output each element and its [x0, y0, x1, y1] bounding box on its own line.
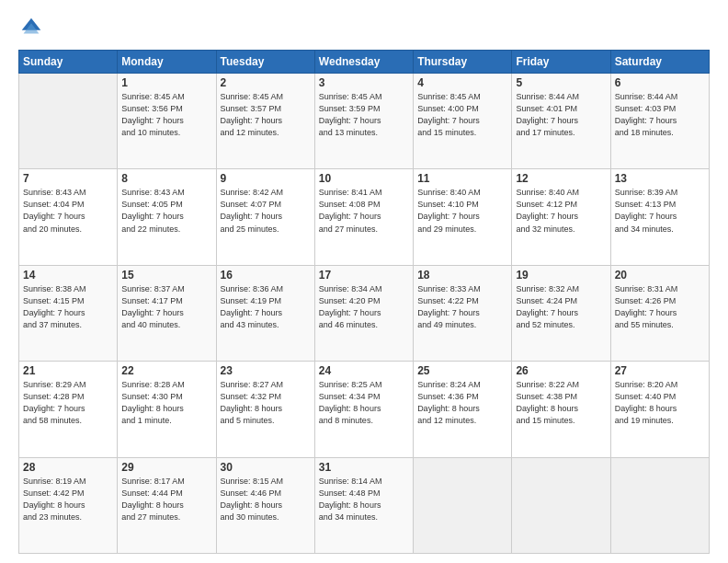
- day-cell: 24Sunrise: 8:25 AMSunset: 4:34 PMDayligh…: [314, 362, 413, 457]
- day-info: Sunrise: 8:42 AMSunset: 4:07 PMDaylight:…: [221, 187, 311, 235]
- day-info: Sunrise: 8:45 AMSunset: 4:00 PMDaylight:…: [417, 91, 507, 139]
- day-cell: 5Sunrise: 8:44 AMSunset: 4:01 PMDaylight…: [512, 74, 610, 169]
- day-number: 5: [516, 76, 606, 89]
- calendar-table: SundayMondayTuesdayWednesdayThursdayFrid…: [18, 50, 710, 554]
- day-cell: 6Sunrise: 8:44 AMSunset: 4:03 PMDaylight…: [610, 74, 709, 169]
- day-number: 26: [516, 364, 606, 377]
- day-info: Sunrise: 8:43 AMSunset: 4:05 PMDaylight:…: [121, 187, 211, 235]
- day-info: Sunrise: 8:40 AMSunset: 4:12 PMDaylight:…: [516, 187, 606, 235]
- day-cell: 11Sunrise: 8:40 AMSunset: 4:10 PMDayligh…: [414, 169, 512, 265]
- day-number: 31: [319, 461, 409, 474]
- day-number: 20: [615, 269, 705, 282]
- day-cell: 23Sunrise: 8:27 AMSunset: 4:32 PMDayligh…: [216, 362, 314, 457]
- day-cell: 16Sunrise: 8:36 AMSunset: 4:19 PMDayligh…: [216, 265, 314, 361]
- weekday-header-row: SundayMondayTuesdayWednesdayThursdayFrid…: [19, 51, 710, 74]
- day-number: 17: [319, 269, 409, 282]
- day-number: 8: [121, 172, 211, 185]
- day-info: Sunrise: 8:45 AMSunset: 3:56 PMDaylight:…: [121, 91, 211, 139]
- day-cell: 2Sunrise: 8:45 AMSunset: 3:57 PMDaylight…: [216, 74, 314, 169]
- logo-icon: [18, 15, 44, 40]
- day-info: Sunrise: 8:15 AMSunset: 4:46 PMDaylight:…: [221, 476, 311, 523]
- day-info: Sunrise: 8:32 AMSunset: 4:24 PMDaylight:…: [516, 283, 606, 331]
- day-number: 18: [417, 269, 507, 282]
- week-row-1: 1Sunrise: 8:45 AMSunset: 3:56 PMDaylight…: [19, 74, 710, 169]
- day-number: 12: [516, 172, 606, 185]
- day-cell: 17Sunrise: 8:34 AMSunset: 4:20 PMDayligh…: [314, 265, 413, 361]
- day-cell: 7Sunrise: 8:43 AMSunset: 4:04 PMDaylight…: [19, 169, 118, 265]
- week-row-2: 7Sunrise: 8:43 AMSunset: 4:04 PMDaylight…: [19, 169, 710, 265]
- day-info: Sunrise: 8:17 AMSunset: 4:44 PMDaylight:…: [121, 476, 211, 523]
- day-info: Sunrise: 8:14 AMSunset: 4:48 PMDaylight:…: [319, 476, 409, 523]
- day-number: 2: [221, 76, 311, 89]
- day-number: 10: [319, 172, 409, 185]
- day-cell: 15Sunrise: 8:37 AMSunset: 4:17 PMDayligh…: [118, 265, 216, 361]
- day-number: 27: [615, 364, 705, 377]
- day-info: Sunrise: 8:43 AMSunset: 4:04 PMDaylight:…: [23, 187, 113, 235]
- day-info: Sunrise: 8:20 AMSunset: 4:40 PMDaylight:…: [615, 379, 705, 427]
- day-info: Sunrise: 8:45 AMSunset: 3:57 PMDaylight:…: [221, 91, 311, 139]
- header: [18, 15, 710, 40]
- day-info: Sunrise: 8:34 AMSunset: 4:20 PMDaylight:…: [319, 283, 409, 331]
- day-cell: 22Sunrise: 8:28 AMSunset: 4:30 PMDayligh…: [118, 362, 216, 457]
- day-number: 24: [319, 364, 409, 377]
- day-number: 14: [23, 269, 113, 282]
- day-info: Sunrise: 8:39 AMSunset: 4:13 PMDaylight:…: [615, 187, 705, 235]
- day-number: 4: [417, 76, 507, 89]
- day-cell: 4Sunrise: 8:45 AMSunset: 4:00 PMDaylight…: [414, 74, 512, 169]
- day-number: 6: [615, 76, 705, 89]
- week-row-5: 28Sunrise: 8:19 AMSunset: 4:42 PMDayligh…: [19, 457, 710, 553]
- day-info: Sunrise: 8:36 AMSunset: 4:19 PMDaylight:…: [221, 283, 311, 331]
- day-number: 7: [23, 172, 113, 185]
- day-cell: 25Sunrise: 8:24 AMSunset: 4:36 PMDayligh…: [414, 362, 512, 457]
- day-number: 22: [121, 364, 211, 377]
- day-number: 1: [121, 76, 211, 89]
- day-number: 30: [221, 461, 311, 474]
- day-info: Sunrise: 8:25 AMSunset: 4:34 PMDaylight:…: [319, 379, 409, 427]
- day-cell: [414, 457, 512, 553]
- day-number: 13: [615, 172, 705, 185]
- weekday-header-friday: Friday: [512, 51, 610, 74]
- day-cell: 20Sunrise: 8:31 AMSunset: 4:26 PMDayligh…: [610, 265, 709, 361]
- day-info: Sunrise: 8:44 AMSunset: 4:01 PMDaylight:…: [516, 91, 606, 139]
- day-cell: 28Sunrise: 8:19 AMSunset: 4:42 PMDayligh…: [19, 457, 118, 553]
- day-info: Sunrise: 8:40 AMSunset: 4:10 PMDaylight:…: [417, 187, 507, 235]
- day-cell: 21Sunrise: 8:29 AMSunset: 4:28 PMDayligh…: [19, 362, 118, 457]
- weekday-header-wednesday: Wednesday: [314, 51, 413, 74]
- day-info: Sunrise: 8:38 AMSunset: 4:15 PMDaylight:…: [23, 283, 113, 331]
- day-cell: 10Sunrise: 8:41 AMSunset: 4:08 PMDayligh…: [314, 169, 413, 265]
- day-cell: 27Sunrise: 8:20 AMSunset: 4:40 PMDayligh…: [610, 362, 709, 457]
- day-info: Sunrise: 8:33 AMSunset: 4:22 PMDaylight:…: [417, 283, 507, 331]
- day-number: 21: [23, 364, 113, 377]
- day-number: 16: [221, 269, 311, 282]
- day-cell: 30Sunrise: 8:15 AMSunset: 4:46 PMDayligh…: [216, 457, 314, 553]
- day-cell: 1Sunrise: 8:45 AMSunset: 3:56 PMDaylight…: [118, 74, 216, 169]
- weekday-header-sunday: Sunday: [19, 51, 118, 74]
- weekday-header-tuesday: Tuesday: [216, 51, 314, 74]
- day-cell: 13Sunrise: 8:39 AMSunset: 4:13 PMDayligh…: [610, 169, 709, 265]
- day-number: 15: [121, 269, 211, 282]
- week-row-3: 14Sunrise: 8:38 AMSunset: 4:15 PMDayligh…: [19, 265, 710, 361]
- day-cell: 3Sunrise: 8:45 AMSunset: 3:59 PMDaylight…: [314, 74, 413, 169]
- day-number: 23: [221, 364, 311, 377]
- day-info: Sunrise: 8:24 AMSunset: 4:36 PMDaylight:…: [417, 379, 507, 427]
- day-cell: 19Sunrise: 8:32 AMSunset: 4:24 PMDayligh…: [512, 265, 610, 361]
- day-cell: 14Sunrise: 8:38 AMSunset: 4:15 PMDayligh…: [19, 265, 118, 361]
- day-number: 25: [417, 364, 507, 377]
- day-number: 3: [319, 76, 409, 89]
- day-info: Sunrise: 8:28 AMSunset: 4:30 PMDaylight:…: [121, 379, 211, 427]
- day-info: Sunrise: 8:37 AMSunset: 4:17 PMDaylight:…: [121, 283, 211, 331]
- day-info: Sunrise: 8:22 AMSunset: 4:38 PMDaylight:…: [516, 379, 606, 427]
- weekday-header-thursday: Thursday: [414, 51, 512, 74]
- day-cell: 12Sunrise: 8:40 AMSunset: 4:12 PMDayligh…: [512, 169, 610, 265]
- day-number: 11: [417, 172, 507, 185]
- weekday-header-monday: Monday: [118, 51, 216, 74]
- day-cell: [610, 457, 709, 553]
- day-info: Sunrise: 8:41 AMSunset: 4:08 PMDaylight:…: [319, 187, 409, 235]
- weekday-header-saturday: Saturday: [610, 51, 709, 74]
- day-number: 29: [121, 461, 211, 474]
- day-info: Sunrise: 8:29 AMSunset: 4:28 PMDaylight:…: [23, 379, 113, 427]
- day-cell: [512, 457, 610, 553]
- day-cell: 9Sunrise: 8:42 AMSunset: 4:07 PMDaylight…: [216, 169, 314, 265]
- day-cell: 31Sunrise: 8:14 AMSunset: 4:48 PMDayligh…: [314, 457, 413, 553]
- day-info: Sunrise: 8:19 AMSunset: 4:42 PMDaylight:…: [23, 476, 113, 523]
